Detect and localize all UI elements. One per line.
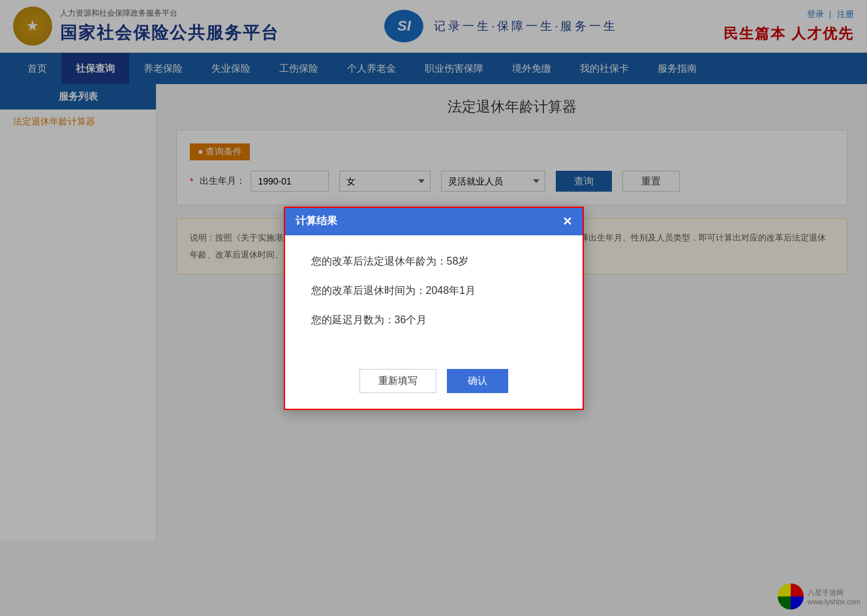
result-modal: 计算结果 ✕ 您的改革后法定退休年龄为：58岁 您的改革后退休时间为：2048年… (284, 207, 584, 410)
refill-button[interactable]: 重新填写 (359, 369, 436, 393)
modal-overlay: 计算结果 ✕ 您的改革后法定退休年龄为：58岁 您的改革后退休时间为：2048年… (0, 0, 867, 616)
modal-result-age: 您的改革后法定退休年龄为：58岁 (311, 255, 556, 269)
modal-body: 您的改革后法定退休年龄为：58岁 您的改革后退休时间为：2048年1月 您的延迟… (285, 235, 583, 362)
modal-close-button[interactable]: ✕ (562, 214, 572, 229)
confirm-button[interactable]: 确认 (447, 369, 508, 393)
modal-footer: 重新填写 确认 (285, 362, 583, 409)
modal-result-delay: 您的延迟月数为：36个月 (311, 314, 556, 327)
modal-header: 计算结果 ✕ (285, 208, 583, 235)
modal-title: 计算结果 (296, 214, 337, 228)
modal-result-time: 您的改革后退休时间为：2048年1月 (311, 284, 556, 298)
